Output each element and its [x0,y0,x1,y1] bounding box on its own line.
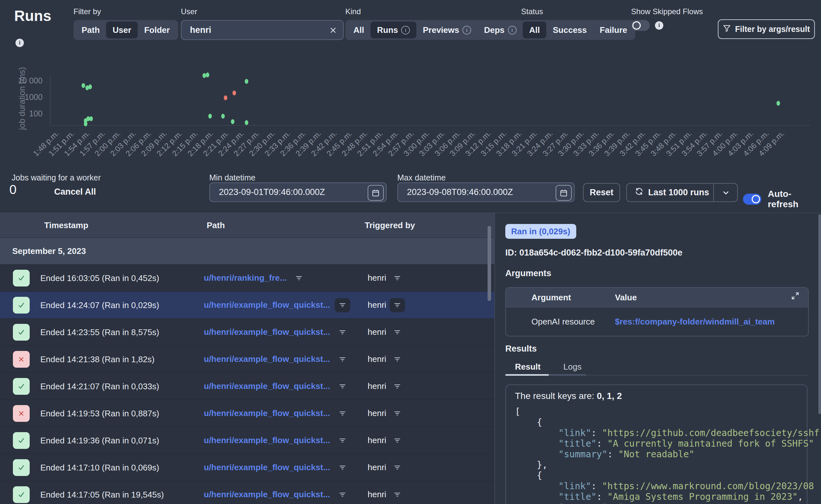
user-filter-input[interactable] [181,25,327,35]
filter-by-label: Filter by [73,7,178,16]
result-json-line: }, [515,460,807,470]
run-path-link[interactable]: u/henri/example_flow_quickst... [204,435,330,445]
segment-label: Path [82,25,100,35]
filter-by-user-icon[interactable] [389,406,405,421]
segment-failure[interactable]: Failure [593,22,634,38]
auto-refresh-toggle[interactable] [743,194,761,205]
tab-logs[interactable]: Logs [563,362,582,372]
success-check-icon [13,459,30,476]
min-datetime-calendar-button[interactable] [367,185,384,201]
run-path-link[interactable]: u/henri/example_flow_quickst... [204,354,330,364]
json-token: "https://github.com/deadbeefsociety/sshf [602,428,819,438]
filter-by-path-icon[interactable] [335,488,350,502]
chevron-down-icon[interactable] [722,189,730,199]
run-triggered-by-cell: henri [367,488,405,502]
segment-path[interactable]: Path [75,22,106,38]
run-path-link[interactable]: u/henri/example_flow_quickst... [204,381,330,391]
table-row[interactable]: Ended 14:24:07 (Ran in 0,029s)u/henri/ex… [0,292,494,319]
last-1000-runs-label: Last 1000 runs [648,188,709,198]
tab-result[interactable]: Result [515,362,541,372]
triggered-by-user: henri [367,408,386,418]
filter-by-user-icon[interactable] [389,379,405,393]
jobs-waiting-label: Jobs waiting for a worker [12,173,101,182]
filter-by-path-icon[interactable] [335,406,350,421]
json-token: : [608,502,619,504]
table-scrollbar[interactable] [488,226,491,301]
failure-x-icon [13,405,30,422]
max-datetime-input[interactable] [398,187,555,197]
expand-icon[interactable] [791,288,800,307]
segment-all[interactable]: All [347,22,370,38]
table-row[interactable]: Ended 14:19:53 (Ran in 0,887s)u/henri/ex… [0,400,494,427]
triggered-by-user: henri [367,435,386,445]
runs-info-icon[interactable]: i [15,39,24,47]
segment-previews[interactable]: Previewsi [416,22,478,38]
run-path-link[interactable]: u/henri/example_flow_quickst... [204,300,330,310]
table-row[interactable]: Ended 14:23:55 (Ran in 8,575s)u/henri/ex… [0,319,494,346]
reset-button[interactable]: Reset [583,183,620,202]
run-path-link[interactable]: u/henri/example_flow_quickst... [204,408,330,418]
scatter-point-success [208,114,212,119]
last-1000-runs-button[interactable]: Last 1000 runs [626,183,738,202]
arguments-table-header: Argument Value [506,288,808,307]
segment-all[interactable]: All [523,22,546,38]
run-path-link[interactable]: u/henri/example_flow_quickst... [204,327,330,337]
max-datetime-label: Max datetime [397,173,446,182]
filter-by-user-icon[interactable] [389,325,405,339]
filter-by-path-icon[interactable] [335,325,350,339]
run-path-link[interactable]: u/henri/ranking_fre... [204,273,287,283]
kind-label: Kind [345,7,525,16]
cancel-all-button[interactable]: Cancel All [54,187,96,197]
result-json-line: "title": "Amiga Systems Programming in 2… [515,491,807,502]
page-scrollbar[interactable] [818,214,821,414]
run-path-link[interactable]: u/henri/example_flow_quickst... [204,462,330,472]
run-path-cell: u/henri/example_flow_quickst... [204,298,350,312]
argument-value-link[interactable]: $res:f/company-folder/windmill_ai_team [615,307,775,336]
filter-by-user-icon[interactable] [389,460,405,475]
segment-label: Success [553,25,587,35]
table-row[interactable]: Ended 14:17:05 (Ran in 19,545s)u/henri/e… [0,481,494,504]
filter-by-user-icon[interactable] [389,271,405,285]
run-path-link[interactable]: u/henri/example_flow_quickst... [204,489,330,499]
table-row[interactable]: Ended 16:03:05 (Ran in 0,452s)u/henri/ra… [0,265,494,292]
filter-by-path-icon[interactable] [335,433,350,448]
segment-user[interactable]: User [106,22,138,38]
table-row[interactable]: Ended 14:21:38 (Ran in 1,82s)u/henri/exa… [0,346,494,373]
skipped-flows-info-icon[interactable]: i [655,21,663,30]
run-path-cell: u/henri/example_flow_quickst... [204,352,350,366]
max-datetime-calendar-button[interactable] [556,185,572,201]
segment-label: Runs [377,25,398,35]
filter-by-path-icon[interactable] [335,379,350,393]
min-datetime-input[interactable] [210,187,366,197]
runs-list: Ended 16:03:05 (Ran in 0,452s)u/henri/ra… [0,265,494,504]
run-path-cell: u/henri/example_flow_quickst... [204,325,350,339]
filter-by-args-result-button[interactable]: Filter by args/result [718,19,815,39]
json-token: : [608,449,619,460]
filter-by-path-icon[interactable] [335,460,350,475]
result-json-line: "link": "https://www.markround.com/blog/… [515,481,807,491]
segment-deps[interactable]: Depsi [478,22,523,38]
filter-by-user-icon[interactable] [389,433,405,448]
success-check-icon [13,378,30,395]
table-row[interactable]: Ended 14:17:10 (Ran in 0,069s)u/henri/ex… [0,454,494,481]
segment-folder[interactable]: Folder [138,22,176,38]
filter-by-group: Filter by PathUserFolder [73,7,178,40]
filter-by-path-icon[interactable] [291,271,307,285]
run-timestamp: Ended 14:21:07 (Ran in 0,033s) [40,381,159,391]
json-token: [ [515,406,521,417]
success-check-icon [13,486,30,503]
segment-success[interactable]: Success [546,22,593,38]
filter-by-path-icon[interactable] [335,352,350,366]
table-row[interactable]: Ended 14:21:07 (Ran in 0,033s)u/henri/ex… [0,373,494,400]
filter-by-user-icon[interactable] [389,298,405,312]
filter-by-path-icon[interactable] [335,298,350,312]
filter-by-user-icon[interactable] [389,352,405,366]
skipped-flows-toggle[interactable] [631,20,650,31]
arguments-table: Argument Value OpenAI resource $res:f/co… [505,287,809,336]
filter-by-user-icon[interactable] [389,488,405,502]
run-triggered-by-cell: henri [367,379,405,393]
clear-user-filter-icon[interactable] [329,26,337,36]
run-triggered-by-cell: henri [367,352,405,366]
table-row[interactable]: Ended 14:19:36 (Ran in 0,071s)u/henri/ex… [0,427,494,454]
segment-runs[interactable]: Runsi [370,22,416,38]
